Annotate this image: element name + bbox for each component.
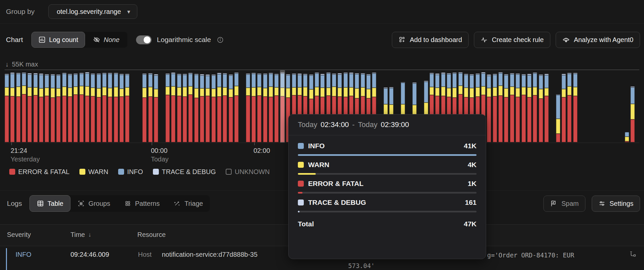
chart-bar[interactable] xyxy=(148,73,153,142)
chart-bar[interactable] xyxy=(114,73,118,142)
logs-actions: Spam Settings xyxy=(543,196,640,212)
chart-bar[interactable] xyxy=(102,73,107,142)
chart-bar[interactable] xyxy=(188,73,193,142)
chart-bar[interactable] xyxy=(567,73,572,142)
chart-bar[interactable] xyxy=(45,74,49,142)
x-axis-tick xyxy=(254,142,255,145)
chart-bar[interactable] xyxy=(206,74,210,142)
chart-bar[interactable] xyxy=(85,72,89,142)
chart-bar[interactable] xyxy=(522,74,526,142)
legend-item-trace-debug[interactable]: TRACE & DEBUG xyxy=(153,168,216,176)
metric-none-button[interactable]: None xyxy=(85,32,127,48)
chart-bar[interactable] xyxy=(79,73,84,142)
chart-bar[interactable] xyxy=(125,74,129,142)
chart-bar[interactable] xyxy=(91,73,95,142)
metric-log-count-label: Log count xyxy=(49,36,78,44)
chart-bar[interactable] xyxy=(510,73,514,142)
group-by-dropdown[interactable]: otel.log.severity.range ▼ xyxy=(48,4,137,19)
trace-link-icon[interactable] xyxy=(629,250,637,258)
chart-bar[interactable] xyxy=(51,74,55,142)
tab-label: Patterns xyxy=(135,200,160,207)
chart-bar[interactable] xyxy=(504,74,508,142)
column-header-time[interactable]: Time ↓ xyxy=(70,231,91,239)
chart-bar[interactable] xyxy=(516,73,520,142)
chart-bar[interactable] xyxy=(142,73,147,142)
chart-bar[interactable] xyxy=(527,74,531,142)
chart-bar[interactable] xyxy=(252,73,256,142)
tab-table[interactable]: Table xyxy=(29,195,71,212)
chart-bar[interactable] xyxy=(108,73,112,142)
info-icon[interactable] xyxy=(217,36,224,43)
tab-triage[interactable]: Triage xyxy=(166,195,210,212)
chart-bar[interactable] xyxy=(544,74,549,142)
logarithmic-scale-toggle[interactable] xyxy=(136,35,152,44)
chart-bar[interactable] xyxy=(177,74,181,142)
chart-bar[interactable] xyxy=(223,73,227,142)
legend-item-error-fatal[interactable]: ERROR & FATAL xyxy=(9,168,69,176)
column-header-severity[interactable]: Severity xyxy=(7,231,31,239)
tab-groups[interactable]: Groups xyxy=(70,195,117,212)
chart-bar[interactable] xyxy=(229,74,233,142)
chart-bar[interactable] xyxy=(562,74,566,142)
chart-bar[interactable] xyxy=(556,94,560,142)
chart-bar[interactable] xyxy=(56,74,61,142)
chart-bar[interactable] xyxy=(269,73,273,142)
chart-bar[interactable] xyxy=(68,74,72,142)
chart-bar[interactable] xyxy=(119,74,124,142)
chart-bar[interactable] xyxy=(630,86,635,142)
metric-log-count-button[interactable]: Log count xyxy=(31,32,85,48)
chart-bar[interactable] xyxy=(493,74,497,142)
legend-label: WARN xyxy=(88,168,108,176)
chart-bar[interactable] xyxy=(16,73,21,142)
analyze-with-agent0-button[interactable]: Analyze with Agent0 xyxy=(556,32,640,48)
chart-bar[interactable] xyxy=(73,73,78,142)
chart-bar[interactable] xyxy=(200,74,204,142)
chart-bar[interactable] xyxy=(97,73,101,142)
legend-item-warn[interactable]: WARN xyxy=(79,168,108,176)
legend-item-info[interactable]: INFO xyxy=(118,168,143,176)
spam-button[interactable]: Spam xyxy=(543,196,585,212)
tab-label: Triage xyxy=(184,200,203,207)
chart-bar[interactable] xyxy=(246,73,250,142)
chart-bar[interactable] xyxy=(257,73,261,142)
legend-item-unknown[interactable]: UNKNOWN xyxy=(226,168,270,176)
add-to-dashboard-button[interactable]: Add to dashboard xyxy=(392,32,469,48)
tooltip-total-row: Total47K xyxy=(298,217,477,228)
chart-bar[interactable] xyxy=(274,74,279,142)
tooltip-series-label: INFO xyxy=(308,142,325,150)
chart-bar[interactable] xyxy=(573,73,577,142)
chart-bar[interactable] xyxy=(217,73,221,142)
chart-bar[interactable] xyxy=(33,73,38,142)
chart-bar[interactable] xyxy=(10,72,15,142)
logarithmic-scale-label: Logarithmic scale xyxy=(157,36,211,44)
chart-bar[interactable] xyxy=(625,132,629,142)
chart-bar[interactable] xyxy=(62,73,67,142)
chart-bar[interactable] xyxy=(211,74,216,142)
legend-label: UNKNOWN xyxy=(235,168,270,176)
chart-bar[interactable] xyxy=(194,74,199,142)
log-analytics-app: Group by otel.log.severity.range ▼ Chart… xyxy=(0,0,644,270)
toolbar-actions: Add to dashboardCreate check ruleAnalyze… xyxy=(392,32,640,48)
chart-bar[interactable] xyxy=(234,72,239,142)
chart-bar[interactable] xyxy=(487,74,491,142)
chart-bar[interactable] xyxy=(533,72,537,142)
chart-bar[interactable] xyxy=(171,72,175,142)
chart-bar[interactable] xyxy=(498,72,503,142)
chart-bar[interactable] xyxy=(539,74,543,142)
settings-button[interactable]: Settings xyxy=(592,196,640,212)
chart-bar[interactable] xyxy=(165,73,170,142)
legend-label: ERROR & FATAL xyxy=(18,168,69,176)
chart-bar[interactable] xyxy=(154,74,158,142)
create-check-rule-button[interactable]: Create check rule xyxy=(474,32,550,48)
chart-bar[interactable] xyxy=(5,74,9,142)
chart-bar[interactable] xyxy=(39,73,43,142)
chart-bar[interactable] xyxy=(263,73,267,142)
tab-patterns[interactable]: Patterns xyxy=(117,195,166,212)
chart-bar[interactable] xyxy=(27,73,32,142)
chart-bar[interactable] xyxy=(22,72,26,142)
sliders-icon xyxy=(598,200,606,207)
metric-segmented-control: Log count None xyxy=(31,32,127,48)
column-header-resource[interactable]: Resource xyxy=(137,231,166,239)
row-resource-value: notification-service:d77d888b-35 xyxy=(162,251,257,258)
chart-bar[interactable] xyxy=(183,74,187,142)
